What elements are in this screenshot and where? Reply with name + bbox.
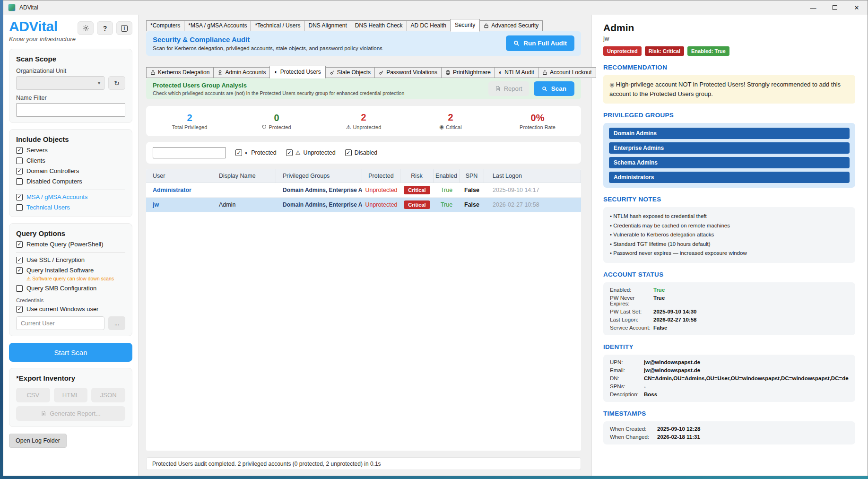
name-filter-input[interactable] [16,103,125,117]
checkbox-servers[interactable]: Servers [16,147,125,154]
checkbox-use-ssl[interactable]: Use SSL / Encryption [16,256,125,263]
export-html-button[interactable]: HTML [54,388,88,402]
security-note: NTLM hash exposed to credential theft [610,212,849,221]
checkbox-icon [16,194,23,200]
subtab-account-lockout[interactable]: Account Lockout [538,67,596,78]
ou-select[interactable]: ▾ [16,76,104,90]
printer-icon [445,70,451,75]
checkbox-icon [345,149,352,156]
column-header-display-name[interactable]: Display Name [212,169,276,183]
maximize-button[interactable] [824,0,846,15]
subtab-kerberos-delegation[interactable]: Kerberos Delegation [146,67,214,78]
refresh-button[interactable]: ↻ [108,76,125,90]
security-note: Credentials may be cached on remote mach… [610,221,849,231]
checkbox-installed-software[interactable]: Query Installed Software [16,267,125,274]
subtab-protected-users[interactable]: ◐ Protected Users [269,66,325,78]
recommendation-box: ◉ High-privilege account NOT in Protecte… [603,75,855,104]
stat-protected: 0 Protected [233,113,320,130]
column-header-enabled[interactable]: Enabled [434,169,460,183]
checkbox-icon [16,204,23,211]
close-button[interactable]: ✕ [846,0,868,15]
column-header-privileged-groups[interactable]: Privileged Groups [276,169,362,183]
report-button[interactable]: Report [488,81,529,96]
export-inventory-title: *Export Inventory [16,374,125,382]
sphere-icon: ◉ [609,81,616,88]
name-filter-label: Name Filter [16,95,125,101]
run-full-audit-button[interactable]: Run Full Audit [506,35,574,51]
checkbox-smb[interactable]: Query SMB Configuration [16,285,125,292]
subtab-stale-objects[interactable]: Stale Objects [325,67,375,78]
group-pill: Administrators [609,172,850,183]
tab-security[interactable]: Security [450,19,480,32]
identity-header: IDENTITY [603,343,855,350]
browse-credentials-button[interactable]: ... [108,316,125,330]
subtab-admin-accounts[interactable]: Admin Accounts [213,67,270,78]
half-circle-icon: ◐ [274,69,278,75]
checkbox-domain-controllers[interactable]: Domain Controllers [16,167,125,174]
checkbox-current-windows-user[interactable]: Use current Windows user [16,305,125,313]
checkbox-icon [16,306,23,313]
tab-advanced-security[interactable]: Advanced Security [479,20,543,31]
table-row-jw[interactable]: jw Admin Domain Admins, Enterprise Admin… [146,198,581,212]
main-tab-strip: *Computers *MSA / gMSA Accounts *Technic… [146,19,581,31]
unlock-icon [542,70,547,75]
start-scan-button[interactable]: Start Scan [9,343,132,362]
key-icon [379,70,384,75]
export-json-button[interactable]: JSON [91,388,125,402]
export-csv-button[interactable]: CSV [16,388,50,402]
tab-msa-gmsa-accounts[interactable]: *MSA / gMSA Accounts [184,20,251,31]
subtab-password-violations[interactable]: Password Violations [374,67,442,78]
checkbox-technical-users[interactable]: Technical Users [16,204,125,211]
column-header-protected[interactable]: Protected [362,169,400,183]
app-icon [8,4,16,11]
checkbox-disabled-computers[interactable]: Disabled Computers [16,178,125,185]
titlebar: ADVital — ✕ [3,0,868,15]
checkbox-icon [16,147,23,154]
account-status-box: Enabled:True PW Never Expires:True PW La… [603,282,855,335]
account-status-header: ACCOUNT STATUS [603,271,855,278]
help-button[interactable]: ? [97,21,113,35]
app-window: ADVital — ✕ ADVital Know your infrastruc… [3,0,868,476]
checkbox-msa-gmsa[interactable]: MSA / gMSA Accounts [16,193,125,200]
tab-computers[interactable]: *Computers [146,20,184,31]
minimize-button[interactable]: — [802,0,824,15]
warning-icon: ⚠ [346,124,351,131]
scan-button[interactable]: Scan [534,81,574,96]
info-icon: i [121,25,128,32]
checkbox-clients[interactable]: Clients [16,157,125,164]
tab-ad-dc-health[interactable]: AD DC Health [407,20,451,31]
filter-checkbox-unprotected[interactable]: ⚠ Unprotected [286,149,336,156]
security-subtab-strip: Kerberos Delegation Admin Accounts ◐ Pro… [146,66,581,78]
include-objects-title: Include Objects [16,135,125,143]
tab-technical-users[interactable]: *Technical / Users [251,20,304,31]
column-header-risk[interactable]: Risk [400,169,434,183]
query-options-title: Query Options [16,229,125,237]
credentials-user-input[interactable] [16,316,104,330]
checkbox-icon [286,149,293,156]
column-header-user[interactable]: User [146,169,212,183]
subtab-printnightmare[interactable]: PrintNightmare [441,67,495,78]
sidebar: ADVital Know your infrastructure ? i Sca… [3,15,139,476]
tab-dns-health-check[interactable]: DNS Health Check [351,20,407,31]
include-objects-card: Include Objects Servers Clients Domain C… [9,129,132,217]
open-log-folder-button[interactable]: Open Log Folder [9,434,67,448]
column-header-last-logon[interactable]: Last Logon [484,169,581,183]
checkbox-remote-query[interactable]: Remote Query (PowerShell) [16,241,125,248]
settings-button[interactable] [78,21,94,35]
column-header-spn[interactable]: SPN [460,169,484,183]
tab-dns-alignment[interactable]: DNS Alignment [304,20,351,31]
app-tagline: Know your infrastructure [9,35,76,43]
filter-checkbox-protected[interactable]: ◐ Protected [235,149,277,156]
filter-checkbox-disabled[interactable]: Disabled [345,149,378,156]
info-button[interactable]: i [116,21,132,35]
table-search-input[interactable] [153,147,226,158]
subtab-ntlm-audit[interactable]: ◐ NTLM Audit [495,67,538,78]
security-notes-header: SECURITY NOTES [603,196,855,203]
table-row-administrator[interactable]: Administrator Domain Admins, Enterprise … [146,183,581,198]
generate-report-button[interactable]: Generate Report... [16,406,125,421]
half-circle-icon: ◐ [499,70,502,75]
checkbox-icon [235,149,242,156]
gear-icon [82,25,89,32]
question-icon: ? [103,25,107,32]
target-icon: ◉ [439,124,444,130]
